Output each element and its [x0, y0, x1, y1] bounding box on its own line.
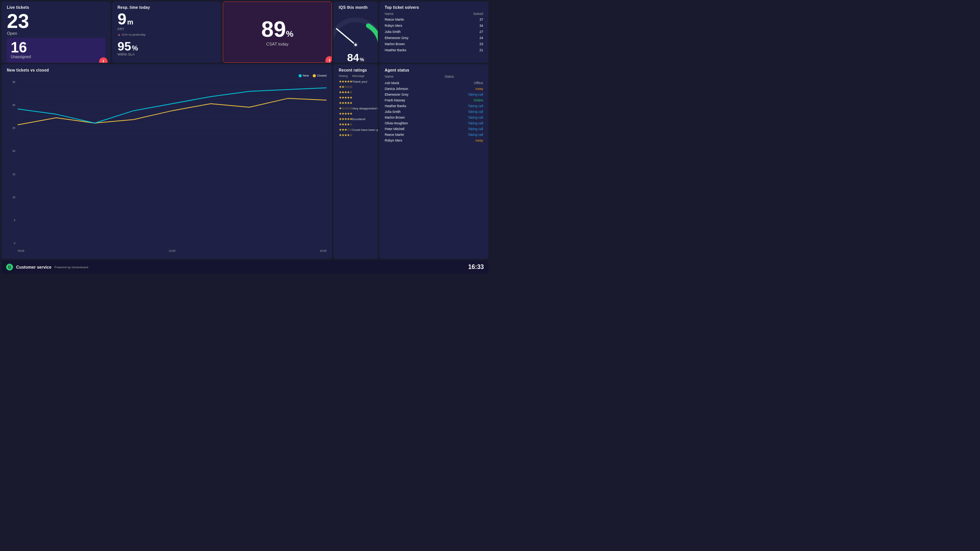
unassigned-label: Unassigned [11, 55, 101, 59]
ratings-table: Rating Message Date ★★★★★ Thank you! 11 … [339, 74, 378, 138]
list-item: ★★★★☆ 11 Jul [339, 90, 378, 95]
recent-ratings-title: Recent ratings [339, 68, 372, 72]
sla-value: 95 [118, 40, 131, 52]
list-item: Julia Smith Taking call [385, 109, 483, 114]
recent-ratings-card: Recent ratings Rating Message Date ★★★★★… [333, 64, 378, 259]
footer-powered-by: Powered by Geckoboard [54, 266, 88, 269]
csat-card: 89 % CSAT today ! [223, 2, 332, 63]
list-item: ★★★★★ Excellent! 11 Jul [339, 116, 378, 122]
table-row: Julia Smith27 [385, 29, 483, 35]
list-item: Ash Monk Offline [385, 80, 483, 86]
list-item: ★☆☆☆☆ Very disappointed with service 11 … [339, 106, 378, 111]
x-axis-label: 15:00 [320, 249, 327, 252]
legend-new: New [299, 74, 309, 77]
top-solvers-table: Name Solved Reece Martin37Robyn Mers34Ju… [385, 11, 483, 53]
tickets-chart-card: New tickets vs closed New Closed 3530252… [2, 64, 332, 259]
list-item: Olivia Houghton Taking call [385, 120, 483, 126]
iqs-pct-symbol: % [360, 57, 364, 62]
unassigned-box: 16 Unassigned ! [7, 38, 105, 63]
table-row: Reece Martin37 [385, 16, 483, 23]
vs-pct: 11% [121, 33, 127, 36]
resp-time-card: Resp. time today 9 m FRT ▲ 11% vs yester… [112, 2, 221, 63]
agent-table: Name Status Ash Monk Offline Danica John… [385, 74, 483, 143]
top-solvers-card: Top ticket solvers Name Solved Reece Mar… [379, 2, 488, 63]
vs-text: vs yesterday [128, 33, 145, 36]
list-item: Heather Banks Taking call [385, 103, 483, 109]
list-item: Robyn Mers Away [385, 137, 483, 143]
list-item: ★★★★★ 11 Jul [339, 111, 378, 116]
iqs-value: 84 [347, 52, 359, 63]
x-axis-label: 12:00 [169, 249, 176, 252]
table-row: Ebeneezer Grey24 [385, 35, 483, 41]
rating-col-header: Rating [339, 74, 352, 79]
vs-yesterday: ▲ 11% vs yesterday [118, 33, 216, 36]
list-item: ★★★★★ 11 Jul [339, 100, 378, 106]
y-axis-label: 15 [7, 173, 15, 176]
resp-time-title: Resp. time today [118, 5, 216, 10]
list-item: ★★★★★ Thank you! 11 Jul [339, 79, 378, 84]
chart-area: New Closed 35302520151050 09:0012:0015:0… [7, 74, 327, 252]
iqs-card: IQS this month 0% 100% [333, 2, 378, 63]
legend-closed: Closed [313, 74, 327, 77]
up-icon: ▲ [118, 33, 121, 36]
footer-left: G Customer service Powered by Geckoboard [6, 264, 88, 271]
footer-time: 16:33 [468, 264, 484, 271]
iqs-gauge: 0% 100% 84 % [339, 11, 372, 63]
table-row: Heather Banks21 [385, 47, 483, 53]
footer-app-name: Customer service [16, 265, 51, 269]
x-axis-label: 09:00 [18, 249, 24, 252]
open-count: 23 [7, 11, 105, 31]
list-item: Peter Mitchell Taking call [385, 126, 483, 132]
live-tickets-card: Live tickets 23 Open 16 Unassigned ! [2, 2, 111, 63]
col-name-header: Name [385, 11, 454, 16]
list-item: Frank Massey Online [385, 97, 483, 103]
frt-label: FRT [118, 27, 216, 31]
list-item: ★★★★☆ 11 Jul [339, 132, 378, 138]
svg-line-0 [336, 29, 356, 45]
table-row: Marlon Brown23 [385, 41, 483, 47]
agent-name-header: Name [385, 74, 445, 80]
list-item: ★★★★☆ 11 Jul [339, 122, 378, 127]
list-item: ★★★☆☆ Could have been quicker to re... 1… [339, 127, 378, 132]
csat-alert-badge: ! [325, 56, 332, 63]
message-col-header: Message [352, 74, 378, 79]
live-tickets-title: Live tickets [7, 5, 105, 10]
agent-status-card: Agent status Name Status Ash Monk Offlin… [379, 64, 488, 259]
frt-unit: m [127, 18, 133, 26]
csat-value: 89 [261, 18, 286, 40]
unassigned-alert-badge: ! [99, 57, 108, 63]
iqs-title: IQS this month [339, 5, 372, 10]
y-axis-label: 10 [7, 196, 15, 199]
footer: G Customer service Powered by Geckoboard… [2, 260, 488, 274]
unassigned-count: 16 [11, 40, 101, 55]
csat-label: CSAT today [266, 42, 288, 46]
y-axis-label: 0 [7, 242, 15, 245]
y-axis-label: 20 [7, 150, 15, 152]
list-item: ★★☆☆☆ 11 Jul [339, 84, 378, 90]
y-axis-label: 30 [7, 104, 15, 106]
chart-svg [18, 81, 327, 142]
list-item: Marlon Brown Taking call [385, 114, 483, 120]
gauge-container: 0% 100% [333, 14, 378, 49]
y-axis: 35302520151050 [7, 81, 15, 245]
y-axis-label: 5 [7, 219, 15, 222]
sla-label: Within SLA [118, 52, 216, 56]
agent-status-title: Agent status [385, 68, 483, 72]
list-item: Reece Martin Taking call [385, 132, 483, 137]
csat-pct-symbol: % [286, 29, 294, 39]
list-item: Ebeneezer Grey Taking call [385, 91, 483, 97]
list-item: ★★★★★ 11 Jul [339, 95, 378, 100]
tickets-chart-title: New tickets vs closed [7, 68, 327, 72]
sla-pct-symbol: % [132, 44, 138, 52]
list-item: Danica Johnson Away [385, 86, 483, 91]
svg-point-2 [354, 44, 357, 46]
y-axis-label: 35 [7, 81, 15, 83]
footer-logo: G [6, 264, 13, 271]
col-solved-header: Solved [454, 11, 483, 16]
chart-legend: New Closed [299, 74, 327, 77]
table-row: Robyn Mers34 [385, 23, 483, 29]
x-axis: 09:0012:0015:00 [18, 249, 327, 252]
top-solvers-title: Top ticket solvers [385, 5, 483, 10]
agent-status-header: Status [445, 74, 483, 80]
y-axis-label: 25 [7, 127, 15, 129]
